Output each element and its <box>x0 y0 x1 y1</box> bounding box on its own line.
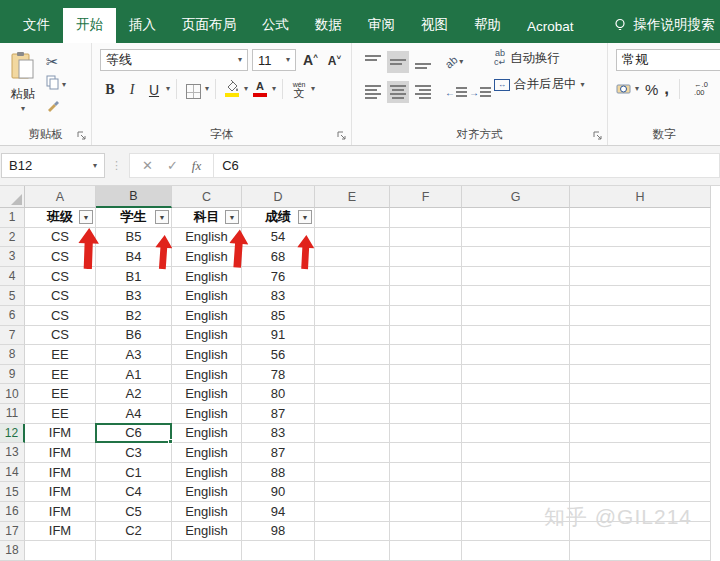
cell-C8[interactable]: English <box>172 345 242 365</box>
cell-E12[interactable] <box>315 424 390 444</box>
tab-页面布局[interactable]: 页面布局 <box>169 8 249 43</box>
enter-icon[interactable]: ✓ <box>167 158 178 173</box>
row-header-18[interactable]: 18 <box>0 541 25 561</box>
name-box[interactable]: B12 ▾ <box>1 153 105 178</box>
cell-F11[interactable] <box>390 404 462 424</box>
cell-H1[interactable] <box>570 208 711 228</box>
cell-G5[interactable] <box>462 286 570 306</box>
cell-E10[interactable] <box>315 384 390 404</box>
cell-E6[interactable] <box>315 306 390 326</box>
cell-A10[interactable]: EE <box>25 384 96 404</box>
cell-H9[interactable] <box>570 365 711 385</box>
tab-插入[interactable]: 插入 <box>116 8 169 43</box>
cell-G11[interactable] <box>462 404 570 424</box>
cell-G6[interactable] <box>462 306 570 326</box>
cell-H5[interactable] <box>570 286 711 306</box>
cell-C9[interactable]: English <box>172 365 242 385</box>
cell-B8[interactable]: A3 <box>96 345 172 365</box>
cell-H2[interactable] <box>570 228 711 248</box>
cell-A14[interactable]: IFM <box>25 463 96 483</box>
row-header-4[interactable]: 4 <box>0 267 25 287</box>
alignment-dialog-launcher-icon[interactable] <box>593 131 603 141</box>
cell-H18[interactable] <box>570 541 711 561</box>
column-header-E[interactable]: E <box>315 186 390 208</box>
row-header-8[interactable]: 8 <box>0 345 25 365</box>
cell-E7[interactable] <box>315 326 390 346</box>
column-header-G[interactable]: G <box>462 186 570 208</box>
font-color-button[interactable]: A <box>250 78 270 99</box>
cell-E13[interactable] <box>315 443 390 463</box>
align-center-button[interactable] <box>387 81 409 103</box>
cell-B14[interactable]: C1 <box>96 463 172 483</box>
row-header-5[interactable]: 5 <box>0 286 25 306</box>
cell-G9[interactable] <box>462 365 570 385</box>
insert-function-icon[interactable]: fx <box>192 158 201 174</box>
cell-G10[interactable] <box>462 384 570 404</box>
cell-C10[interactable]: English <box>172 384 242 404</box>
font-dialog-launcher-icon[interactable] <box>337 131 347 141</box>
cell-H6[interactable] <box>570 306 711 326</box>
align-right-button[interactable] <box>412 81 434 103</box>
orientation-button[interactable]: ab ▾ <box>445 56 463 68</box>
cell-E3[interactable] <box>315 247 390 267</box>
cell-E18[interactable] <box>315 541 390 561</box>
cell-E9[interactable] <box>315 365 390 385</box>
cell-G13[interactable] <box>462 443 570 463</box>
column-header-A[interactable]: A <box>25 186 96 208</box>
fill-color-button[interactable] <box>222 78 242 99</box>
cell-B1[interactable]: 学生▼ <box>96 208 172 228</box>
cell-G7[interactable] <box>462 326 570 346</box>
tab-开始[interactable]: 开始 <box>63 8 116 43</box>
cell-F5[interactable] <box>390 286 462 306</box>
cell-A18[interactable] <box>25 541 96 561</box>
cell-A9[interactable]: EE <box>25 365 96 385</box>
wrap-text-button[interactable]: abc↵ 自动换行 <box>494 49 585 67</box>
borders-button[interactable] <box>183 78 203 99</box>
percent-style-button[interactable]: % <box>645 81 658 98</box>
row-header-10[interactable]: 10 <box>0 384 25 404</box>
cell-F2[interactable] <box>390 228 462 248</box>
filter-dropdown-button-B[interactable]: ▼ <box>155 210 169 224</box>
cell-A12[interactable]: IFM <box>25 424 96 444</box>
cell-B10[interactable]: A2 <box>96 384 172 404</box>
cell-E8[interactable] <box>315 345 390 365</box>
cell-F13[interactable] <box>390 443 462 463</box>
accounting-format-button[interactable]: ▾ <box>616 83 639 96</box>
cell-B16[interactable]: C5 <box>96 502 172 522</box>
copy-dropdown-icon[interactable]: ▾ <box>62 81 66 89</box>
italic-button[interactable]: I <box>122 78 142 99</box>
cell-D18[interactable] <box>242 541 315 561</box>
cell-E15[interactable] <box>315 482 390 502</box>
phonetic-button[interactable]: wén 文 <box>289 78 309 99</box>
cell-E1[interactable] <box>315 208 390 228</box>
tab-视图[interactable]: 视图 <box>408 8 461 43</box>
cell-B18[interactable] <box>96 541 172 561</box>
copy-button[interactable]: ▾ <box>46 76 66 93</box>
column-header-F[interactable]: F <box>390 186 462 208</box>
row-header-15[interactable]: 15 <box>0 482 25 502</box>
cell-A5[interactable]: CS <box>25 286 96 306</box>
row-header-13[interactable]: 13 <box>0 443 25 463</box>
merge-center-button[interactable]: ↔ 合并后居中 ▾ <box>494 76 585 93</box>
column-header-H[interactable]: H <box>570 186 711 208</box>
filter-dropdown-button-A[interactable]: ▼ <box>79 210 93 224</box>
format-painter-button[interactable] <box>46 99 66 116</box>
cell-D7[interactable]: 91 <box>242 326 315 346</box>
cell-F18[interactable] <box>390 541 462 561</box>
column-header-C[interactable]: C <box>172 186 242 208</box>
cell-F3[interactable] <box>390 247 462 267</box>
cell-F6[interactable] <box>390 306 462 326</box>
cell-F9[interactable] <box>390 365 462 385</box>
cell-D13[interactable]: 87 <box>242 443 315 463</box>
increase-font-size-button[interactable]: A˄ <box>300 52 321 68</box>
cell-H4[interactable] <box>570 267 711 287</box>
fill-color-dropdown-icon[interactable]: ▾ <box>244 85 248 93</box>
font-color-dropdown-icon[interactable]: ▾ <box>272 85 276 93</box>
row-header-6[interactable]: 6 <box>0 306 25 326</box>
tell-me-search[interactable]: 操作说明搜索 <box>613 16 715 43</box>
formula-bar-input[interactable]: C6 <box>214 153 720 178</box>
cell-H15[interactable] <box>570 482 711 502</box>
cell-H10[interactable] <box>570 384 711 404</box>
bold-button[interactable]: B <box>100 78 120 99</box>
cell-H12[interactable] <box>570 424 711 444</box>
